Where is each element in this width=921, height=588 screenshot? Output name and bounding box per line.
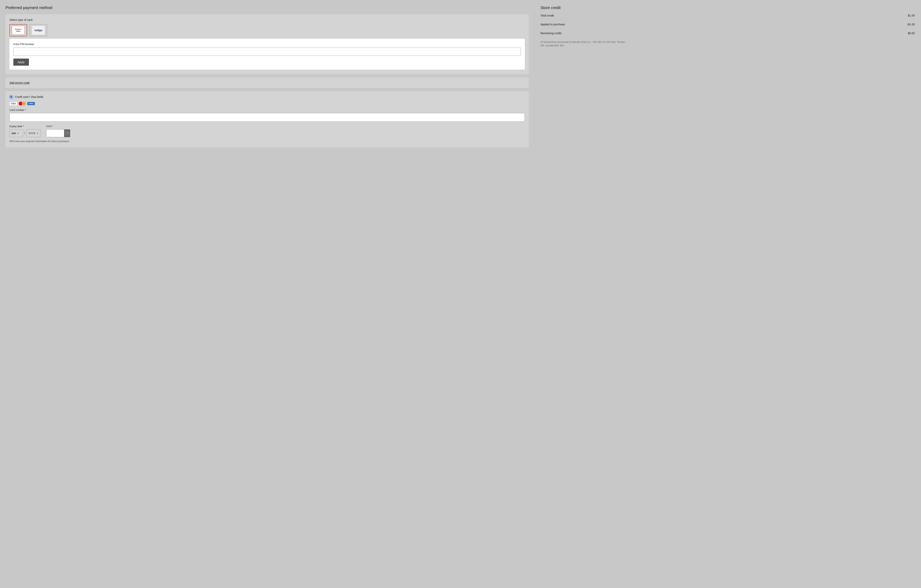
card-number-label: Card number * [10, 109, 525, 111]
remaining-credit-value: $0.00 [908, 32, 915, 35]
card-type-row: Rakuten kobo !ndigo [10, 24, 525, 36]
question-mark-icon: ? [65, 132, 69, 135]
amex-logo: AMEX [27, 102, 34, 105]
card-number-input[interactable] [10, 113, 525, 122]
page-container: Preferred payment method Select type of … [0, 0, 921, 588]
expiry-label: Expiry date * [10, 125, 41, 128]
apply-button[interactable]: Apply [13, 58, 29, 66]
save-notice: We'll save your payment information for … [10, 140, 525, 143]
left-panel: Preferred payment method Select type of … [0, 0, 534, 588]
credit-card-label: Credit card / Visa Debit [15, 95, 43, 99]
cvv-help-button[interactable]: ? [64, 129, 70, 137]
card-logos-row: VISA AMEX [10, 101, 525, 106]
expiry-year-value: YYYY [29, 132, 36, 135]
expiry-month-value: MM [11, 132, 16, 135]
card-type-label: Select type of card: [10, 18, 525, 21]
page-title: Preferred payment method [5, 5, 529, 10]
cvv-group: CVV * ? [46, 125, 70, 137]
card-type-section: Select type of card: Rakuten kobo !ndigo [5, 15, 529, 74]
rakuten-line2: kobo [16, 30, 20, 32]
visa-logo: VISA [10, 102, 17, 106]
expiry-year-select[interactable]: YYYY ▼ [26, 129, 41, 137]
expiry-cvv-row: Expiry date * MM ▼ / YYYY ▼ C [10, 125, 525, 137]
rakuten-logo: Rakuten kobo [12, 26, 25, 35]
pin-input[interactable] [13, 47, 521, 56]
credit-divider-2 [540, 28, 915, 28]
expiry-group: Expiry date * MM ▼ / YYYY ▼ [10, 125, 41, 137]
total-credit-label: Total credit: [540, 14, 555, 17]
chevron-down-icon-year: ▼ [37, 132, 39, 135]
store-credit-title: Store credit [540, 5, 915, 10]
applied-credit-value: -$1.00 [907, 23, 915, 26]
mastercard-logo [19, 101, 26, 106]
transaction-notice: All transactions processed by Rakuten Ko… [540, 40, 627, 47]
pin-section: Kobo PIN Number Apply [10, 39, 525, 70]
right-panel: Store credit Total credit: $1.00 Applied… [534, 0, 921, 588]
indigo-card-btn[interactable]: !ndigo [29, 24, 47, 36]
slash-divider: / [24, 132, 25, 135]
total-credit-value: $1.00 [908, 14, 915, 17]
indigo-logo-text: !ndigo [34, 29, 43, 32]
cvv-label: CVV * [46, 125, 70, 128]
remaining-credit-label: Remaining credit: [540, 32, 562, 35]
promo-section: Add promo code [5, 78, 529, 88]
applied-credit-row: Applied to purchase: -$1.00 [540, 23, 915, 26]
mc-right-circle [22, 102, 26, 106]
cvv-input-wrapper: ? [46, 129, 70, 137]
cvv-input[interactable] [46, 130, 64, 136]
chevron-down-icon: ▼ [17, 132, 19, 135]
rakuten-kobo-card-btn[interactable]: Rakuten kobo [10, 24, 27, 36]
rakuten-line1: Rakuten [15, 28, 21, 30]
indigo-logo: !ndigo [32, 26, 45, 35]
total-credit-row: Total credit: $1.00 [540, 14, 915, 17]
pin-label: Kobo PIN Number [13, 43, 521, 45]
expiry-month-select[interactable]: MM ▼ [10, 129, 23, 137]
expiry-selects: MM ▼ / YYYY ▼ [10, 129, 41, 137]
radio-inner [10, 96, 12, 98]
payment-card-section: Credit card / Visa Debit VISA AMEX Card … [5, 91, 529, 148]
remaining-credit-row: Remaining credit: $0.00 [540, 32, 915, 35]
add-promo-link[interactable]: Add promo code [10, 81, 30, 84]
applied-credit-label: Applied to purchase: [540, 23, 566, 26]
credit-card-radio[interactable] [10, 95, 13, 99]
credit-card-radio-row[interactable]: Credit card / Visa Debit [10, 95, 525, 99]
